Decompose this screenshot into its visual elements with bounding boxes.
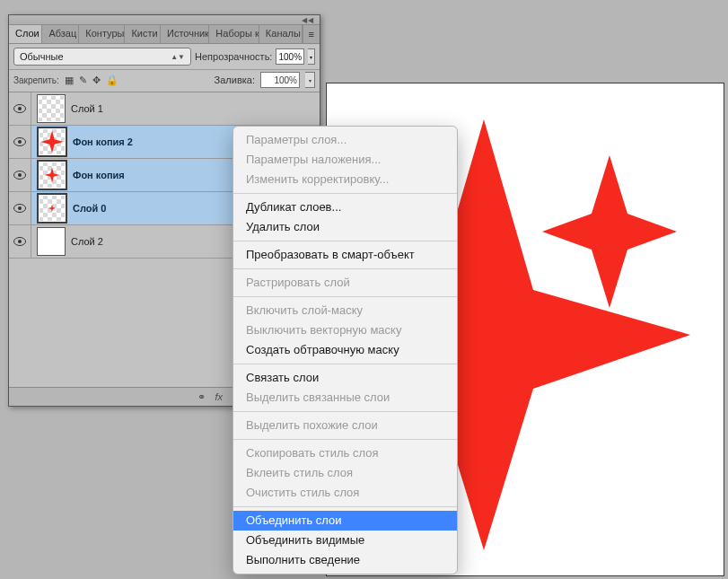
svg-point-5 bbox=[18, 140, 22, 144]
menu-item: Выключить векторную маску bbox=[233, 320, 457, 340]
tab-каналы[interactable]: Каналы bbox=[259, 25, 303, 43]
layer-name[interactable]: Слой 0 bbox=[73, 203, 106, 214]
menu-separator bbox=[233, 296, 457, 297]
layer-thumbnail[interactable] bbox=[37, 227, 66, 256]
menu-item[interactable]: Создать обтравочную маску bbox=[233, 340, 457, 360]
svg-marker-12 bbox=[48, 205, 56, 212]
chevron-up-down-icon: ▲▼ bbox=[171, 53, 185, 61]
menu-item: Изменить корректировку... bbox=[233, 170, 457, 189]
opacity-label: Непрозрачность: bbox=[195, 51, 272, 62]
svg-marker-6 bbox=[40, 130, 63, 153]
layer-context-menu: Параметры слоя...Параметры наложения...И… bbox=[232, 126, 458, 575]
svg-point-3 bbox=[18, 107, 22, 110]
menu-item: Скопировать стиль слоя bbox=[233, 443, 457, 463]
layer-thumbnail[interactable] bbox=[37, 160, 67, 190]
menu-item: Выделить связанные слои bbox=[233, 388, 457, 408]
menu-item[interactable]: Объединить видимые bbox=[233, 531, 457, 550]
collapse-icon[interactable]: ◀◀ bbox=[302, 16, 314, 24]
tab-источник[interactable]: Источник bbox=[161, 25, 209, 43]
menu-separator bbox=[233, 411, 457, 412]
layer-name[interactable]: Фон копия bbox=[73, 170, 125, 180]
visibility-toggle[interactable] bbox=[9, 126, 31, 158]
layer-thumbnail[interactable] bbox=[37, 94, 66, 123]
menu-separator bbox=[233, 193, 457, 194]
menu-item[interactable]: Выполнить сведение bbox=[233, 550, 457, 570]
visibility-toggle[interactable] bbox=[9, 159, 31, 191]
tab-кисти[interactable]: Кисти bbox=[125, 25, 161, 43]
lock-label: Закрепить: bbox=[13, 75, 59, 85]
menu-item: Включить слой-маску bbox=[233, 301, 457, 320]
lock-all-icon[interactable]: 🔒 bbox=[106, 75, 118, 86]
lock-pixels-icon[interactable]: ✎ bbox=[79, 75, 87, 86]
lock-fill-row: Закрепить: ▦ ✎ ✥ 🔒 Заливка: 100% ▾ bbox=[9, 70, 320, 92]
visibility-toggle[interactable] bbox=[9, 192, 31, 224]
layer-name[interactable]: Фон копия 2 bbox=[73, 136, 133, 147]
link-layers-icon[interactable]: ⚭ bbox=[197, 391, 206, 403]
blend-opacity-row: Обычные ▲▼ Непрозрачность: 100% ▾ bbox=[9, 44, 320, 70]
fx-icon[interactable]: fx bbox=[215, 391, 223, 402]
layer-name[interactable]: Слой 1 bbox=[71, 103, 103, 114]
menu-separator bbox=[233, 268, 457, 269]
menu-item: Растрировать слой bbox=[233, 273, 457, 293]
panel-menu-icon[interactable]: ≡ bbox=[303, 25, 320, 43]
blend-mode-value: Обычные bbox=[20, 51, 64, 62]
menu-item[interactable]: Связать слои bbox=[233, 368, 457, 388]
layer-thumbnail[interactable] bbox=[37, 127, 67, 157]
lock-icons: ▦ ✎ ✥ 🔒 bbox=[65, 75, 118, 86]
svg-marker-9 bbox=[45, 168, 60, 183]
tab-абзац[interactable]: Абзац bbox=[42, 25, 79, 43]
tab-контуры[interactable]: Контуры bbox=[79, 25, 125, 43]
svg-point-8 bbox=[18, 173, 22, 177]
menu-separator bbox=[233, 364, 457, 364]
menu-separator bbox=[233, 241, 457, 241]
fill-flyout-icon[interactable]: ▾ bbox=[305, 72, 315, 88]
menu-item: Параметры наложения... bbox=[233, 150, 457, 170]
svg-point-14 bbox=[18, 240, 22, 243]
opacity-input[interactable]: 100% bbox=[276, 48, 304, 65]
menu-item: Параметры слоя... bbox=[233, 130, 457, 150]
fill-input[interactable]: 100% bbox=[260, 72, 300, 88]
tab-наборы к[interactable]: Наборы к bbox=[209, 25, 259, 43]
menu-item[interactable]: Удалить слои bbox=[233, 217, 457, 237]
artwork-small-star bbox=[542, 155, 677, 308]
svg-point-11 bbox=[18, 206, 22, 210]
visibility-toggle[interactable] bbox=[9, 92, 31, 125]
layer-thumbnail[interactable] bbox=[37, 193, 67, 224]
menu-separator bbox=[233, 506, 457, 507]
tab-слои[interactable]: Слои bbox=[9, 25, 42, 43]
menu-item: Вклеить стиль слоя bbox=[233, 463, 457, 483]
opacity-flyout-icon[interactable]: ▾ bbox=[308, 48, 315, 65]
menu-item: Очистить стиль слоя bbox=[233, 483, 457, 503]
lock-position-icon[interactable]: ✥ bbox=[92, 75, 101, 86]
menu-item: Выделить похожие слои bbox=[233, 416, 457, 435]
lock-transparency-icon[interactable]: ▦ bbox=[65, 75, 74, 86]
panel-tabs: СлоиАбзацКонтурыКистиИсточникНаборы кКан… bbox=[9, 25, 320, 44]
svg-marker-1 bbox=[542, 155, 677, 308]
visibility-toggle[interactable] bbox=[9, 225, 31, 258]
menu-item[interactable]: Преобразовать в смарт-объект bbox=[233, 245, 457, 265]
menu-item[interactable]: Объединить слои bbox=[233, 511, 457, 531]
menu-separator bbox=[233, 439, 457, 440]
fill-label: Заливка: bbox=[215, 75, 255, 85]
blend-mode-select[interactable]: Обычные ▲▼ bbox=[13, 48, 191, 66]
menu-item[interactable]: Дубликат слоев... bbox=[233, 197, 457, 217]
layer-name[interactable]: Слой 2 bbox=[71, 236, 103, 247]
panel-titlebar[interactable]: ◀◀ bbox=[9, 15, 320, 25]
layer-row[interactable]: Слой 1 bbox=[9, 92, 320, 126]
